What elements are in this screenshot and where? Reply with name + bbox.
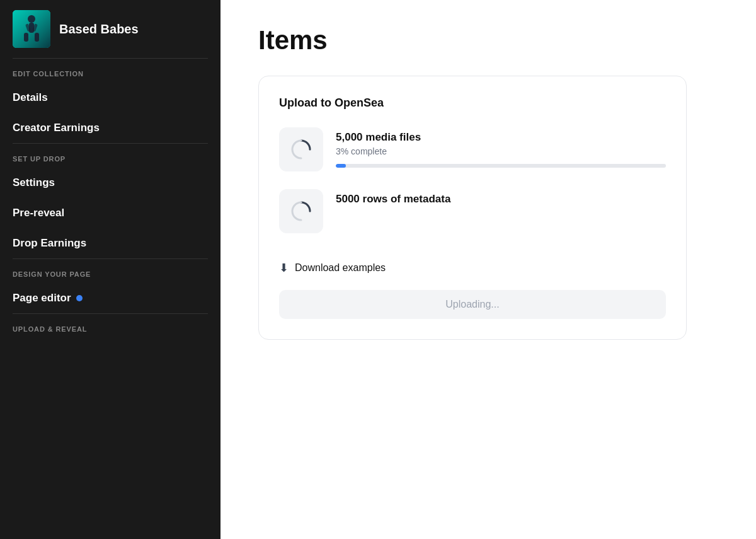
svg-rect-5 [35, 33, 39, 42]
collection-thumbnail [13, 10, 50, 48]
page-editor-dot [76, 295, 83, 301]
section-label-upload-reveal: Upload & Reveal [0, 314, 220, 338]
download-examples-row[interactable]: ⬇ Download examples [279, 251, 666, 285]
upload-item-metadata: 5000 rows of metadata [279, 189, 666, 233]
collection-name: Based Babes [59, 22, 139, 37]
section-label-set-up-drop: Set Up Drop [0, 144, 220, 168]
download-icon: ⬇ [279, 261, 289, 275]
section-label-edit-collection: Edit Collection [0, 59, 220, 83]
sidebar-header: Based Babes [0, 0, 220, 58]
sidebar-item-settings-label: Settings [13, 177, 55, 189]
main-content: Items Upload to OpenSea 5,000 media file… [220, 0, 756, 539]
loading-icon-metadata [290, 200, 312, 223]
svg-rect-3 [29, 23, 34, 33]
sidebar-item-details-label: Details [13, 91, 48, 104]
section-label-design-page: Design Your Page [0, 259, 220, 283]
svg-rect-4 [24, 33, 28, 42]
svg-point-2 [28, 15, 35, 23]
sidebar-item-details[interactable]: Details [0, 83, 220, 113]
uploading-button[interactable]: Uploading... [279, 290, 666, 319]
media-icon-box [279, 127, 323, 171]
progress-bar-container [336, 164, 666, 168]
loading-icon-media [290, 138, 312, 161]
page-title: Items [258, 25, 718, 55]
metadata-title: 5000 rows of metadata [336, 193, 666, 206]
sidebar-item-drop-earnings[interactable]: Drop Earnings [0, 228, 220, 258]
media-files-subtitle: 3% complete [336, 146, 666, 156]
metadata-icon-box [279, 189, 323, 233]
sidebar-item-page-editor[interactable]: Page editor [0, 283, 220, 313]
sidebar-item-settings[interactable]: Settings [0, 168, 220, 198]
sidebar-item-creator-earnings-label: Creator Earnings [13, 122, 100, 134]
upload-card-title: Upload to OpenSea [279, 96, 666, 110]
download-examples-label: Download examples [295, 262, 386, 274]
upload-item-media: 5,000 media files 3% complete [279, 127, 666, 171]
sidebar-item-pre-reveal-label: Pre-reveal [13, 207, 64, 219]
upload-card: Upload to OpenSea 5,000 media files 3% c… [258, 76, 687, 340]
sidebar-item-pre-reveal[interactable]: Pre-reveal [0, 198, 220, 228]
sidebar-item-drop-earnings-label: Drop Earnings [13, 237, 86, 250]
media-files-title: 5,000 media files [336, 131, 666, 144]
metadata-upload-info: 5000 rows of metadata [336, 189, 666, 208]
sidebar-item-creator-earnings[interactable]: Creator Earnings [0, 113, 220, 143]
sidebar: Based Babes Edit Collection Details Crea… [0, 0, 220, 539]
media-upload-info: 5,000 media files 3% complete [336, 127, 666, 168]
sidebar-item-page-editor-label: Page editor [13, 292, 71, 304]
progress-bar-fill [336, 164, 346, 168]
